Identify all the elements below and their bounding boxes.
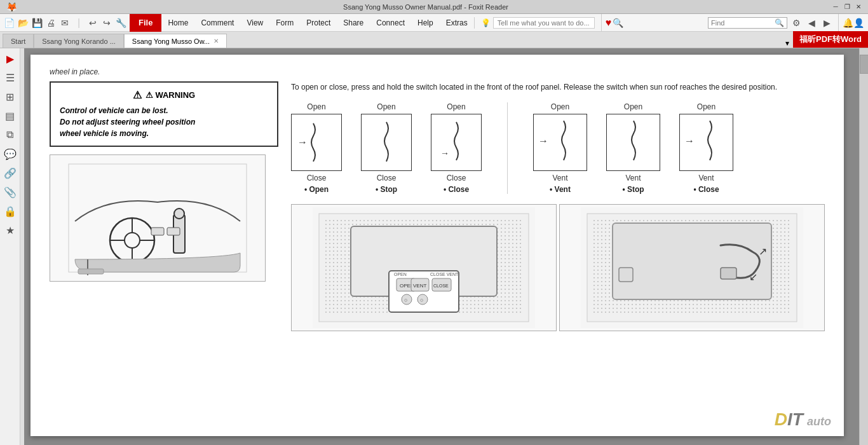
svg-rect-10: [167, 228, 180, 235]
svg-text:↗: ↗: [759, 246, 767, 257]
find-settings-icon[interactable]: ⚙: [790, 17, 803, 29]
comment-menu-item[interactable]: Comment: [194, 14, 240, 32]
form-menu-item[interactable]: Form: [269, 14, 300, 32]
svg-text:○: ○: [404, 297, 407, 303]
new-icon[interactable]: 📄: [3, 17, 15, 29]
sunroof-handle-image: ↗ ↙: [559, 204, 825, 331]
warning-box: ⚠ ⚠ WARNING Control of vehicle can be lo…: [50, 81, 278, 147]
top-diagram-row: Open → Close • Open: [291, 102, 825, 194]
heart-icon[interactable]: ♥: [606, 17, 612, 29]
find-input-box[interactable]: 🔍: [708, 17, 787, 29]
warning-triangle-icon: ⚠: [133, 89, 142, 101]
svg-text:→: →: [684, 135, 695, 146]
find-next-icon[interactable]: ▶: [820, 17, 833, 29]
main-area: ▶ ☰ ⊞ ▤ ⧉ 💬 🔗 📎 🔒 ★ wheel in place. ⚠: [0, 48, 868, 445]
vent-stop-vent-label: Vent: [625, 174, 641, 182]
search-bar: 🔍 ⚙ ◀ ▶: [708, 17, 838, 29]
sidebar-attachment-icon[interactable]: 📎: [3, 184, 18, 200]
diagram-vent-open: Open → Vent • Vent: [533, 102, 587, 194]
view-menu-item[interactable]: View: [240, 14, 269, 32]
redo-icon[interactable]: ↪: [100, 17, 113, 29]
sidebar-comment-icon[interactable]: 💬: [3, 146, 18, 161]
diagram-stop-box: [361, 114, 412, 171]
sidebar-bookmark-icon[interactable]: ▤: [3, 108, 18, 123]
vent-stop-box: [606, 114, 660, 171]
file-menu-button[interactable]: File: [130, 14, 161, 32]
sidebar-lock-icon[interactable]: 🔒: [3, 203, 18, 219]
home-menu-item[interactable]: Home: [161, 14, 194, 32]
find-input[interactable]: [711, 19, 775, 27]
diagram-close-box: →: [431, 114, 482, 171]
extras-menu-item[interactable]: Extras: [440, 14, 474, 32]
tab-korando-label: Ssang Yong Korando ...: [42, 38, 116, 45]
car-interior-image-left: [50, 154, 266, 282]
undo-icon[interactable]: ↩: [86, 17, 99, 29]
warning-line1: Control of vehicle can be lost.: [60, 105, 268, 116]
tab-bar: Start Ssang Yong Korando ... Ssang Yong …: [0, 32, 868, 48]
connect-menu-item[interactable]: Connect: [370, 14, 411, 32]
tab-close-button[interactable]: ✕: [214, 38, 219, 44]
svg-text:→: →: [297, 137, 308, 147]
fuxin-pdf-banner[interactable]: 福昕PDF转Word: [793, 31, 868, 48]
svg-rect-43: [619, 268, 633, 282]
sunroof-control-image: OPEN CLOSE VENT ○ ○: [291, 204, 557, 331]
diagram-close-top-label: Open: [447, 102, 465, 111]
share-menu-item[interactable]: Share: [337, 14, 370, 32]
print-icon[interactable]: 🖨: [44, 17, 57, 29]
tab-musso[interactable]: Ssang Yong Musso Ow... ✕: [124, 34, 227, 48]
diagram-vent-stop: Open Vent • Stop: [606, 102, 660, 194]
svg-text:→: →: [538, 135, 548, 146]
bell-icon[interactable]: 🔔: [843, 18, 853, 28]
vent-close-box: →: [679, 114, 733, 171]
left-scroll-indicator: [20, 48, 24, 445]
lightbulb-icon: 💡: [481, 18, 491, 27]
svg-point-8: [174, 209, 184, 219]
tab-dropdown-button[interactable]: ▾: [782, 39, 793, 48]
email-icon[interactable]: ✉: [58, 17, 71, 29]
user-icon[interactable]: 👤: [853, 18, 864, 28]
sidebar-layers-icon[interactable]: ⧉: [3, 127, 18, 142]
sidebar-thumbnail-icon[interactable]: ⊞: [3, 89, 18, 104]
diagram-vent-close: Open → Vent • Close: [679, 102, 733, 194]
tab-korando[interactable]: Ssang Yong Korando ...: [34, 34, 124, 48]
sidebar-expand-icon[interactable]: ▶: [3, 51, 18, 66]
window-title: Ssang Yong Musso Owner Manual.pdf - Foxi…: [20, 3, 831, 11]
page-header-text: wheel in place.: [50, 67, 825, 76]
sidebar-link-icon[interactable]: 🔗: [3, 165, 18, 181]
close-window-button[interactable]: ✕: [854, 3, 863, 11]
protect-menu-item[interactable]: Protect: [300, 14, 337, 32]
pdf-page: wheel in place. ⚠ ⚠ WARNING Control of v…: [31, 55, 844, 436]
description-text: To open or close, press and hold the swi…: [291, 81, 825, 93]
diagram-close: Open → Close • Close: [431, 102, 482, 194]
svg-text:OPEN: OPEN: [394, 272, 407, 277]
diagram-close-bullet: • Close: [444, 185, 469, 194]
diagram-stop: Open Close • Stop: [361, 102, 412, 194]
notification-section: 🔔 👤: [838, 14, 868, 32]
save-icon[interactable]: 💾: [31, 17, 43, 29]
svg-rect-40: [721, 268, 736, 279]
content-area: wheel in place. ⚠ ⚠ WARNING Control of v…: [20, 48, 868, 445]
vent-close-top-label: Open: [697, 102, 715, 111]
vent-open-vent-label: Vent: [552, 174, 567, 182]
restore-button[interactable]: ❐: [843, 3, 851, 11]
tools-icon[interactable]: 🔧: [114, 17, 127, 29]
help-menu-item[interactable]: Help: [411, 14, 440, 32]
find-search-icon[interactable]: 🔍: [775, 18, 784, 27]
tab-start[interactable]: Start: [3, 34, 34, 48]
svg-text:↙: ↙: [749, 271, 757, 282]
warning-label: ⚠ WARNING: [146, 90, 195, 100]
sidebar-star-icon[interactable]: ★: [3, 222, 18, 238]
open-icon[interactable]: 📂: [17, 17, 29, 29]
vent-open-top-label: Open: [551, 102, 569, 111]
warning-line3: wheel vehicle is moving.: [60, 128, 268, 139]
diagram-stop-bottom-label: Close: [377, 174, 397, 182]
tab-start-label: Start: [11, 38, 25, 45]
scrollbar-thumb[interactable]: [860, 55, 868, 74]
right-scrollbar[interactable]: [859, 48, 868, 445]
find-prev-icon[interactable]: ◀: [805, 17, 818, 29]
warning-text: Control of vehicle can be lost. Do not a…: [60, 105, 268, 139]
minimize-button[interactable]: ─: [831, 3, 840, 11]
search-pdf-icon[interactable]: 🔍: [611, 17, 624, 29]
tell-me-input[interactable]: [493, 17, 595, 29]
sidebar-hand-icon[interactable]: ☰: [3, 70, 18, 85]
